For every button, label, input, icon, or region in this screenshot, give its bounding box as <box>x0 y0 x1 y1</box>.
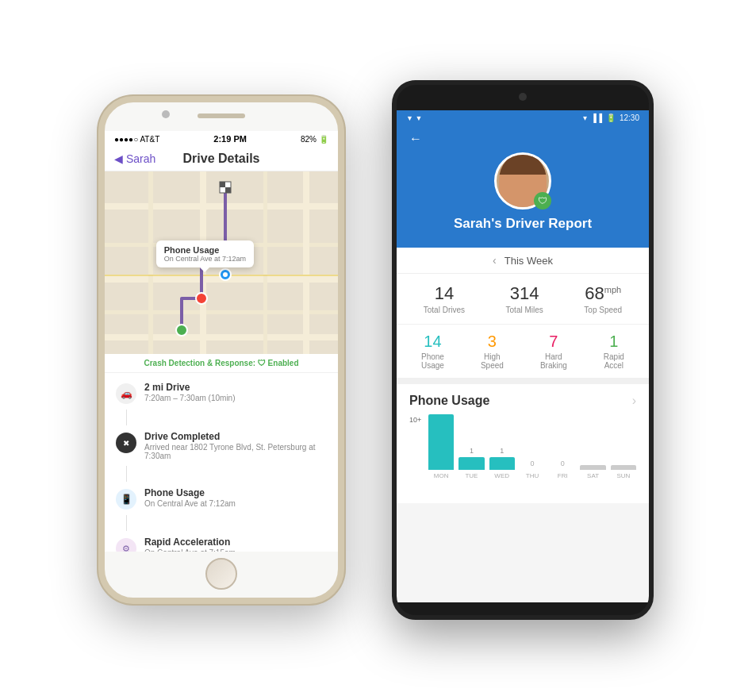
android-back-button[interactable]: ← <box>409 132 422 146</box>
stat-value-miles: 314 <box>510 283 539 304</box>
section-title: Phone Usage <box>409 394 489 408</box>
event-rapid: ⚙ Rapid Acceleration On Central Ave at 7… <box>105 531 338 552</box>
section-arrow-icon[interactable]: › <box>632 394 636 408</box>
android-report-title: Sarah's Driver Report <box>454 216 592 232</box>
android-screen: ▼ ▼ ▾ ▐▐ 🔋 12:30 ← 🛡 Sarah's Driver R <box>397 110 649 602</box>
event-drive: 🚗 2 mi Drive 7:20am – 7:30am (10min) <box>105 376 338 410</box>
iphone-device: ●●●●○ AT&T 2:19 PM 82% 🔋 ◀ Sarah Drive D… <box>98 96 344 604</box>
chart-bar-sat: SAT <box>580 463 605 479</box>
iphone-status-bar: ●●●●○ AT&T 2:19 PM 82% 🔋 <box>105 131 338 147</box>
svg-point-6 <box>223 272 228 277</box>
android-avatar-wrap: 🛡 <box>494 152 551 210</box>
event-icon-completed: ✖ <box>116 433 136 453</box>
svg-point-8 <box>176 325 187 336</box>
svg-point-7 <box>196 293 207 304</box>
chart-bar-mon: MON <box>428 412 454 479</box>
android-shield-icon: 🛡 <box>534 192 551 210</box>
android-incidents-row: 14 PhoneUsage 3 HighSpeed 7 HardBraking … <box>397 325 649 384</box>
stat-label-miles: Total Miles <box>506 306 543 314</box>
incident-rapid-accel: 1 RapidAccel <box>604 333 624 370</box>
incident-value-speed: 3 <box>488 333 497 351</box>
chart-bar-wed: 1 WED <box>489 447 515 479</box>
event-divider <box>126 410 127 425</box>
svg-rect-1 <box>220 182 225 187</box>
iphone-map: Phone Usage On Central Ave at 7:12am <box>105 171 338 354</box>
incident-label-accel: RapidAccel <box>604 352 624 370</box>
android-time: 12:30 <box>620 113 639 122</box>
stat-top-speed: 68mph Top Speed <box>584 283 622 314</box>
incident-hard-braking: 7 HardBraking <box>540 333 567 370</box>
stat-value-drives: 14 <box>435 283 454 304</box>
incident-label-speed: HighSpeed <box>481 352 504 370</box>
chart-bar-thu: 0 THU <box>520 460 545 479</box>
iphone-screen-title: Drive Details <box>183 152 260 166</box>
event-phone: 📱 Phone Usage On Central Ave at 7:12am <box>105 482 338 515</box>
iphone-screen: ●●●●○ AT&T 2:19 PM 82% 🔋 ◀ Sarah Drive D… <box>105 131 338 552</box>
chart-bar-tue: 1 TUE <box>458 447 484 479</box>
chart-bar-sun: SUN <box>611 463 636 479</box>
iphone-speaker <box>198 113 245 118</box>
incident-label-phone: PhoneUsage <box>421 352 444 370</box>
week-prev-button[interactable]: ‹ <box>493 254 497 267</box>
chart-bar-fri: 0 FRI <box>550 460 575 479</box>
scene: ●●●●○ AT&T 2:19 PM 82% 🔋 ◀ Sarah Drive D… <box>0 0 752 700</box>
iphone-home-button[interactable] <box>205 558 237 590</box>
incident-value-accel: 1 <box>609 333 618 351</box>
week-label: This Week <box>505 255 553 267</box>
event-title-phone: Phone Usage <box>144 487 236 498</box>
avatar-hair <box>499 153 547 175</box>
incident-phone-usage: 14 PhoneUsage <box>421 333 444 370</box>
section-header: Phone Usage › <box>409 394 636 408</box>
iphone-battery: 82% 🔋 <box>301 135 328 144</box>
incident-value-phone: 14 <box>424 333 441 351</box>
event-icon-car: 🚗 <box>116 383 136 404</box>
incident-high-speed: 3 HighSpeed <box>481 333 504 370</box>
chart-container: 10+ MON 1 TUE <box>409 416 636 503</box>
map-popup-sub: On Central Ave at 7:12am <box>164 255 246 263</box>
event-title-drive: 2 mi Drive <box>144 382 236 393</box>
android-stats-row: 14 Total Drives 314 Total Miles 68mph To… <box>397 274 649 325</box>
event-completed: ✖ Drive Completed Arrived near 1802 Tyro… <box>105 425 338 466</box>
stat-label-speed: Top Speed <box>584 306 622 314</box>
iphone-events-list: 🚗 2 mi Drive 7:20am – 7:30am (10min) ✖ D… <box>105 373 338 552</box>
event-sub-completed: Arrived near 1802 Tyrone Blvd, St. Peter… <box>144 443 327 460</box>
event-sub-drive: 7:20am – 7:30am (10min) <box>144 394 236 402</box>
stat-value-speed: 68mph <box>585 283 621 304</box>
iphone-back-button[interactable]: ◀ Sarah <box>114 152 155 165</box>
event-divider-3 <box>126 515 127 531</box>
iphone-nav: ◀ Sarah Drive Details <box>105 147 338 171</box>
svg-rect-2 <box>225 187 231 193</box>
event-title-completed: Drive Completed <box>144 431 327 442</box>
stat-total-drives: 14 Total Drives <box>424 283 465 314</box>
map-popup: Phone Usage On Central Ave at 7:12am <box>156 240 254 267</box>
incident-label-braking: HardBraking <box>540 352 567 370</box>
stat-label-drives: Total Drives <box>424 306 465 314</box>
stat-total-miles: 314 Total Miles <box>506 283 543 314</box>
iphone-camera <box>162 110 170 118</box>
android-header: ← 🛡 Sarah's Driver Report <box>397 125 649 248</box>
event-sub-phone: On Central Ave at 7:12am <box>144 499 236 508</box>
android-week-nav: ‹ This Week <box>397 248 649 274</box>
android-status-bar: ▼ ▼ ▾ ▐▐ 🔋 12:30 <box>397 110 649 125</box>
event-icon-phone: 📱 <box>116 489 136 510</box>
event-sub-rapid: On Central Ave at 7:15am <box>144 548 236 552</box>
android-phone-usage-section: Phone Usage › 10+ MON 1 <box>397 384 649 503</box>
iphone-carrier: ●●●●○ AT&T <box>114 135 159 144</box>
bar-chart: MON 1 TUE 1 WED <box>409 416 636 495</box>
crash-status: 🛡 Enabled <box>258 359 299 367</box>
android-device: ▼ ▼ ▾ ▐▐ 🔋 12:30 ← 🛡 Sarah's Driver R <box>392 80 654 620</box>
map-popup-title: Phone Usage <box>164 245 246 255</box>
crash-detection-row: Crash Detection & Response: 🛡 Enabled <box>105 354 338 373</box>
event-divider-2 <box>126 466 127 482</box>
android-camera <box>519 93 527 101</box>
event-icon-rapid: ⚙ <box>116 538 136 552</box>
event-title-rapid: Rapid Acceleration <box>144 537 236 548</box>
iphone-time: 2:19 PM <box>213 134 247 144</box>
incident-value-braking: 7 <box>549 333 558 351</box>
